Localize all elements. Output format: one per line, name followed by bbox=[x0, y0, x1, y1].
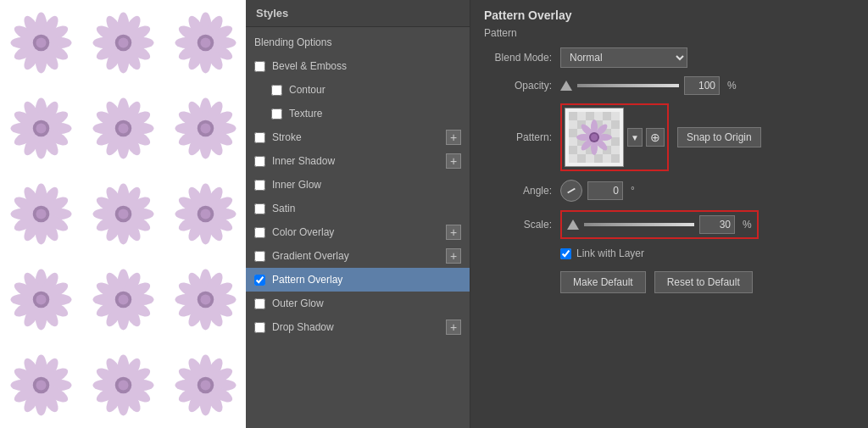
canvas-area bbox=[0, 0, 246, 428]
satin-checkbox[interactable] bbox=[254, 203, 265, 214]
pattern-row: Pattern: bbox=[484, 103, 854, 171]
sidebar-item-texture[interactable]: Texture bbox=[246, 102, 470, 125]
contour-checkbox[interactable] bbox=[271, 85, 282, 96]
sidebar-item-gradient-overlay[interactable]: Gradient Overlay + bbox=[246, 244, 470, 268]
styles-panel: Styles Blending Options Bevel & Emboss C… bbox=[246, 0, 470, 428]
gradient-overlay-add-button[interactable]: + bbox=[446, 248, 461, 264]
angle-label: Angle: bbox=[484, 185, 560, 197]
blend-mode-select[interactable]: Normal Dissolve Multiply Screen Overlay bbox=[560, 47, 687, 68]
svg-rect-213 bbox=[603, 112, 611, 120]
flower-cell bbox=[164, 342, 246, 428]
make-default-button[interactable]: Make Default bbox=[560, 271, 646, 293]
drop-shadow-checkbox[interactable] bbox=[254, 322, 265, 333]
flower-cell bbox=[0, 171, 82, 257]
sidebar-item-bevel-emboss[interactable]: Bevel & Emboss bbox=[246, 54, 470, 78]
flower-pattern-grid bbox=[0, 0, 246, 428]
sidebar-item-satin[interactable]: Satin bbox=[246, 197, 470, 220]
panel-section-title: Pattern bbox=[484, 27, 854, 39]
svg-rect-226 bbox=[577, 154, 586, 163]
svg-point-153 bbox=[119, 295, 129, 305]
svg-point-125 bbox=[201, 209, 211, 220]
svg-point-195 bbox=[119, 381, 129, 391]
flower-cell bbox=[0, 0, 82, 86]
inner-shadow-checkbox[interactable] bbox=[254, 156, 265, 167]
sidebar-item-stroke[interactable]: Stroke + bbox=[246, 125, 470, 149]
link-layer-checkbox[interactable] bbox=[560, 248, 571, 259]
sidebar-item-pattern-overlay[interactable]: Pattern Overlay bbox=[246, 268, 470, 292]
svg-rect-212 bbox=[586, 112, 594, 120]
drop-shadow-add-button[interactable]: + bbox=[446, 320, 461, 335]
opacity-triangle-icon bbox=[560, 81, 572, 91]
color-overlay-label: Color Overlay bbox=[272, 226, 446, 238]
sidebar-item-contour[interactable]: Contour bbox=[246, 78, 470, 102]
pattern-dropdown-button[interactable]: ▼ bbox=[627, 128, 643, 147]
opacity-row: Opacity: % bbox=[484, 76, 854, 95]
svg-rect-227 bbox=[594, 154, 603, 163]
bevel-emboss-label: Bevel & Emboss bbox=[272, 60, 461, 72]
sidebar-item-blending-options[interactable]: Blending Options bbox=[246, 31, 470, 54]
panel-title: Pattern Overlay bbox=[484, 8, 854, 22]
scale-triangle-icon bbox=[567, 220, 579, 230]
svg-rect-223 bbox=[569, 146, 577, 154]
bottom-buttons: Make Default Reset to Default bbox=[560, 271, 854, 293]
pattern-preview[interactable] bbox=[565, 108, 624, 167]
stroke-checkbox[interactable] bbox=[254, 132, 265, 143]
bevel-emboss-checkbox[interactable] bbox=[254, 61, 265, 72]
blend-mode-row: Blend Mode: Normal Dissolve Multiply Scr… bbox=[484, 47, 854, 68]
flower-cell bbox=[0, 86, 82, 171]
styles-list: Blending Options Bevel & Emboss Contour … bbox=[246, 27, 470, 428]
reset-to-default-button[interactable]: Reset to Default bbox=[654, 271, 753, 293]
color-overlay-checkbox[interactable] bbox=[254, 227, 265, 238]
contour-label: Contour bbox=[289, 84, 461, 96]
inner-glow-checkbox[interactable] bbox=[254, 180, 265, 191]
satin-label: Satin bbox=[272, 203, 461, 214]
sidebar-item-inner-shadow[interactable]: Inner Shadow + bbox=[246, 149, 470, 173]
gradient-overlay-checkbox[interactable] bbox=[254, 251, 265, 262]
scale-slider[interactable] bbox=[584, 223, 694, 226]
link-layer-label: Link with Layer bbox=[576, 247, 644, 259]
svg-point-83 bbox=[201, 124, 211, 134]
drop-shadow-label: Drop Shadow bbox=[272, 321, 446, 333]
blending-options-label: Blending Options bbox=[254, 36, 331, 48]
angle-indicator bbox=[567, 188, 576, 194]
flower-cell bbox=[0, 342, 82, 428]
inner-shadow-add-button[interactable]: + bbox=[446, 153, 461, 169]
svg-point-69 bbox=[119, 124, 129, 134]
svg-point-139 bbox=[36, 295, 47, 305]
sidebar-item-inner-glow[interactable]: Inner Glow bbox=[246, 173, 470, 197]
link-layer-row: Link with Layer bbox=[560, 247, 854, 259]
styles-panel-title: Styles bbox=[246, 0, 470, 27]
color-overlay-add-button[interactable]: + bbox=[446, 225, 461, 240]
angle-row: Angle: ° bbox=[484, 180, 854, 202]
opacity-label: Opacity: bbox=[484, 80, 560, 92]
stroke-add-button[interactable]: + bbox=[446, 130, 461, 145]
svg-point-27 bbox=[119, 38, 129, 48]
opacity-input[interactable] bbox=[684, 76, 720, 95]
opacity-slider[interactable] bbox=[577, 84, 679, 87]
scale-input[interactable] bbox=[699, 215, 735, 234]
angle-input[interactable] bbox=[587, 181, 623, 200]
sidebar-item-drop-shadow[interactable]: Drop Shadow + bbox=[246, 315, 470, 339]
stroke-label: Stroke bbox=[272, 131, 446, 143]
pattern-add-button[interactable]: ⊕ bbox=[646, 128, 665, 147]
svg-point-97 bbox=[36, 209, 47, 220]
sidebar-item-color-overlay[interactable]: Color Overlay + bbox=[246, 220, 470, 244]
flower-cell bbox=[82, 171, 164, 257]
snap-to-origin-button[interactable]: Snap to Origin bbox=[677, 127, 761, 147]
svg-point-111 bbox=[119, 209, 129, 220]
texture-checkbox[interactable] bbox=[271, 108, 282, 120]
outer-glow-checkbox[interactable] bbox=[254, 298, 265, 309]
pattern-overlay-label: Pattern Overlay bbox=[272, 274, 461, 286]
flower-cell bbox=[0, 257, 82, 342]
gradient-overlay-label: Gradient Overlay bbox=[272, 250, 446, 262]
svg-rect-211 bbox=[569, 112, 577, 120]
angle-knob[interactable] bbox=[560, 180, 582, 202]
inner-shadow-label: Inner Shadow bbox=[272, 155, 446, 167]
sidebar-item-outer-glow[interactable]: Outer Glow bbox=[246, 292, 470, 315]
scale-label: Scale: bbox=[484, 219, 560, 231]
flower-cell bbox=[82, 257, 164, 342]
flower-cell bbox=[164, 171, 246, 257]
pattern-overlay-panel: Pattern Overlay Pattern Blend Mode: Norm… bbox=[470, 0, 868, 428]
pattern-overlay-checkbox[interactable] bbox=[254, 275, 265, 286]
svg-point-13 bbox=[36, 38, 47, 48]
